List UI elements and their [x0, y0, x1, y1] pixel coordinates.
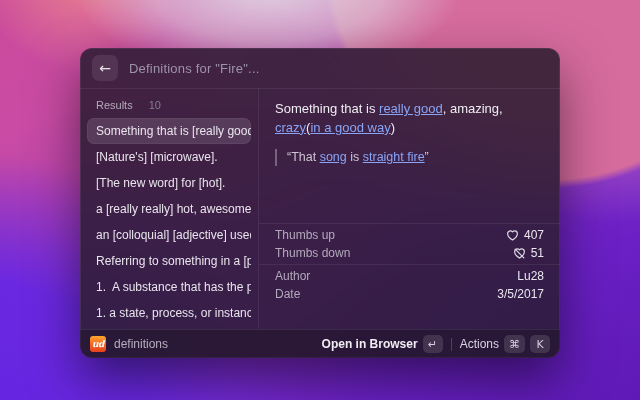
- list-item[interactable]: 1. a state, process, or instance of [co.…: [87, 300, 251, 326]
- results-count: 10: [149, 99, 161, 111]
- author-label: Author: [275, 269, 310, 283]
- thumbs-down-count: 51: [531, 246, 544, 260]
- thumbs-up-count: 407: [524, 228, 544, 242]
- detail-content: Something that is really good, amazing, …: [259, 89, 560, 223]
- example-link[interactable]: straight fire: [363, 150, 425, 164]
- results-list[interactable]: Results 10 Something that is [really goo…: [80, 89, 259, 329]
- thumbs-up-label: Thumbs up: [275, 228, 335, 242]
- example-segment: ”: [425, 150, 429, 164]
- open-in-browser-button[interactable]: Open in Browser ↵: [322, 335, 443, 353]
- thumbs-up-row: Thumbs up 407: [259, 226, 560, 244]
- return-key-badge: ↵: [423, 335, 443, 353]
- action-bar: ud definitions Open in Browser ↵ Actions…: [80, 329, 560, 358]
- thumbs-down-label: Thumbs down: [275, 246, 350, 260]
- open-in-browser-label: Open in Browser: [322, 337, 418, 351]
- heart-off-icon: [513, 247, 526, 260]
- example-link[interactable]: song: [320, 150, 347, 164]
- definition-link[interactable]: crazy: [275, 120, 306, 135]
- detail-panel: Something that is really good, amazing, …: [259, 89, 560, 329]
- heart-icon: [506, 229, 519, 242]
- k-key-badge: K: [530, 335, 550, 353]
- definition-segment: , amazing,: [443, 101, 503, 116]
- definition-link[interactable]: really good: [379, 101, 443, 116]
- date-row: Date 3/5/2017: [259, 285, 560, 303]
- thumbs-down-value: 51: [513, 246, 544, 260]
- raycast-window: ← Definitions for "Fire"... Results 10 S…: [80, 48, 560, 358]
- back-button[interactable]: ←: [92, 55, 118, 81]
- page-title: Definitions for "Fire"...: [129, 61, 260, 76]
- date-value: 3/5/2017: [497, 287, 544, 301]
- list-item[interactable]: [The new word] for [hot].: [87, 170, 251, 196]
- definition-segment: ): [391, 120, 395, 135]
- list-item[interactable]: [Nature's] [microwave].: [87, 144, 251, 170]
- thumbs-down-row: Thumbs down 51: [259, 244, 560, 262]
- results-label: Results: [96, 99, 133, 111]
- list-item[interactable]: Something that is [really good], ama...: [87, 118, 251, 144]
- list-item[interactable]: Referring to something in a [positive...: [87, 248, 251, 274]
- author-value: Lu28: [517, 269, 544, 283]
- actions-label: Actions: [460, 337, 499, 351]
- list-item[interactable]: 1. A substance that has the power t...: [87, 274, 251, 300]
- example-quote: “That song is straight fire”: [275, 149, 544, 167]
- back-arrow-icon: ←: [99, 55, 111, 81]
- definition-segment: Something that is: [275, 101, 379, 116]
- command-name: definitions: [114, 337, 168, 351]
- results-header: Results 10: [96, 99, 251, 111]
- list-item[interactable]: a [really really] hot, awesome or ama...: [87, 196, 251, 222]
- cmd-key-badge: ⌘: [504, 335, 525, 353]
- votes-metadata: Thumbs up 407 Thumbs down 51: [259, 223, 560, 264]
- example-segment: “That: [287, 150, 320, 164]
- date-label: Date: [275, 287, 300, 301]
- definition-link[interactable]: in a good way: [310, 120, 390, 135]
- definition-text: Something that is really good, amazing, …: [275, 100, 544, 138]
- example-segment: is: [347, 150, 363, 164]
- info-metadata: Author Lu28 Date 3/5/2017: [259, 264, 560, 305]
- thumbs-up-value: 407: [506, 228, 544, 242]
- window-body: Results 10 Something that is [really goo…: [80, 89, 560, 329]
- list-item[interactable]: an [colloquial] [adjective] used to de..…: [87, 222, 251, 248]
- author-row: Author Lu28: [259, 267, 560, 285]
- actions-button[interactable]: Actions ⌘ K: [460, 335, 550, 353]
- window-header: ← Definitions for "Fire"...: [80, 48, 560, 89]
- urban-dictionary-icon: ud: [90, 336, 106, 352]
- footer-separator: [451, 338, 452, 351]
